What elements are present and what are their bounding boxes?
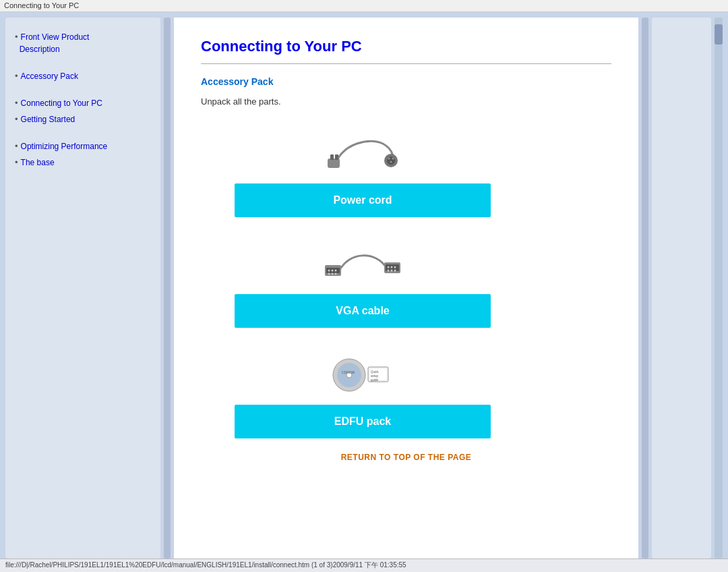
right-panel [652,18,711,559]
svg-point-18 [388,266,390,268]
svg-point-4 [387,156,395,165]
sidebar-link-getting-started[interactable]: Getting Started [21,115,75,124]
sidebar-nav: •Front View Product Description •Accesso… [5,18,160,186]
svg-text:CDROM: CDROM [342,370,355,374]
title-bar-text: Connecting to Your PC [4,1,79,9]
sidebar-link-front-view[interactable]: Front View Product Description [15,32,89,54]
edfu-pack-svg: CDROM Quick setup guide [322,348,403,395]
sidebar-link-optimizing[interactable]: Optimizing Performance [21,142,108,151]
sidebar-panel: •Front View Product Description •Accesso… [5,18,160,559]
return-to-top-link[interactable]: RETURN TO TOP OF THE PAGE [341,453,472,462]
section-heading: Accessory Pack [201,76,611,87]
svg-point-13 [328,273,330,275]
sidebar-item-optimizing[interactable]: •Optimizing Performance [15,140,151,152]
right-border-strip [642,18,648,559]
svg-point-23 [394,270,396,272]
svg-point-19 [391,266,393,268]
vga-cable-image [315,231,410,291]
svg-point-10 [328,270,330,272]
svg-text:guide: guide [371,378,379,382]
title-bar: Connecting to Your PC [0,0,728,12]
svg-text:setup: setup [371,374,379,378]
product-item-edfu-pack: CDROM Quick setup guide EDFU pack [201,341,524,438]
product-item-vga-cable: VGA cable [201,231,524,328]
sidebar-link-accessory-pack[interactable]: Accessory Pack [21,72,78,81]
scrollbar-thumb[interactable] [715,24,723,45]
svg-point-12 [335,270,337,272]
product-item-power-cord: Power cord [201,120,524,217]
power-cord-label: Power cord [235,183,491,217]
page-title: Connecting to Your PC [201,38,611,55]
sidebar-link-connecting[interactable]: Connecting to Your PC [21,98,102,108]
svg-point-6 [392,158,394,160]
sidebar-item-getting-started[interactable]: •Getting Started [15,113,151,125]
svg-point-5 [388,158,390,160]
scrollbar[interactable] [715,18,723,559]
svg-text:Quick: Quick [371,370,379,374]
svg-point-7 [390,161,392,163]
edfu-pack-label: EDFU pack [235,405,491,438]
svg-point-22 [391,270,393,272]
page-divider [201,63,611,64]
sidebar-item-connecting[interactable]: •Connecting to Your PC [15,97,151,109]
return-link-container: RETURN TO TOP OF THE PAGE [201,452,611,462]
left-border-strip [164,18,171,559]
main-content: Connecting to Your PC Accessory Pack Unp… [174,18,638,559]
svg-point-11 [332,270,334,272]
svg-rect-2 [335,154,338,160]
sidebar-item-accessory-pack[interactable]: •Accessory Pack [15,70,151,82]
status-bar-text: file:///D|/Rachel/PHILIPS/191EL1/191EL1%… [5,561,406,569]
edfu-pack-image: CDROM Quick setup guide [322,341,403,402]
unpack-text: Unpack all the parts. [201,96,611,107]
svg-rect-1 [330,154,334,160]
svg-point-21 [388,270,390,272]
power-cord-svg [315,123,410,177]
vga-cable-label: VGA cable [235,294,491,328]
svg-point-20 [394,266,396,268]
sidebar-item-front-view[interactable]: •Front View Product Description [15,31,151,55]
power-cord-image [315,120,410,181]
sidebar-item-the-base[interactable]: •The base [15,156,151,169]
vga-cable-svg [315,234,410,288]
sidebar-link-the-base[interactable]: The base [21,158,55,167]
svg-point-14 [332,273,334,275]
status-bar: file:///D|/Rachel/PHILIPS/191EL1/191EL1%… [0,559,728,572]
svg-point-15 [335,273,337,275]
svg-rect-0 [328,159,340,168]
